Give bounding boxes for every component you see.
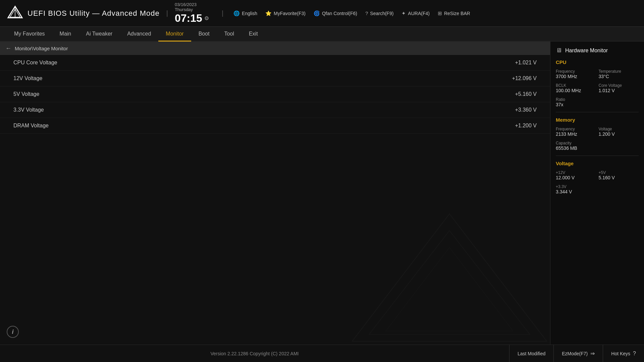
v33-label: +3.3V <box>556 184 639 189</box>
breadcrumb: ← Monitor\Voltage Monitor <box>0 42 550 55</box>
myfavorite-button[interactable]: ⭐ MyFavorite(F3) <box>265 10 306 16</box>
aura-button[interactable]: ✦ AURA(F4) <box>401 10 430 16</box>
svg-marker-4 <box>369 231 530 335</box>
mem-cap-value: 65536 MB <box>556 145 639 151</box>
mem-cap-label: Capacity <box>556 141 639 145</box>
english-label: English <box>242 11 257 16</box>
3v3-voltage-label: 3.3V Voltage <box>13 107 44 113</box>
hot-keys-label: Hot Keys <box>611 351 630 356</box>
qfan-label: Qfan Control(F6) <box>322 11 357 16</box>
nav-bar: My Favorites Main Ai Tweaker Advanced Mo… <box>0 27 644 42</box>
cpu-freq-temp-grid: Frequency 3700 MHz Temperature 33°C <box>556 69 639 79</box>
aura-label: AURA(F4) <box>408 11 430 16</box>
voltage-section-title: Voltage <box>556 161 639 166</box>
voltage-row-cpu-core[interactable]: CPU Core Voltage +1.021 V <box>0 55 550 71</box>
cpu-core-voltage-label: CPU Core Voltage <box>13 60 57 66</box>
monitor-icon: 🖥 <box>556 47 562 54</box>
footer-actions: Last Modified EzMode(F7) ⇒ Hot Keys ? <box>509 345 644 362</box>
nav-item-main[interactable]: Main <box>52 27 79 42</box>
hot-keys-icon: ? <box>633 351 636 357</box>
header-divider2: | <box>222 9 223 17</box>
dram-voltage-label: DRAM Voltage <box>13 123 49 129</box>
breadcrumb-path: Monitor\Voltage Monitor <box>15 46 68 51</box>
memory-section: Memory Frequency 2133 MHz Voltage 1.200 … <box>556 117 639 151</box>
sidebar-divider-1 <box>556 112 639 112</box>
mem-freq-value: 2133 MHz <box>556 131 596 137</box>
qfan-button[interactable]: 🌀 Qfan Control(F6) <box>314 10 357 16</box>
sidebar-divider-2 <box>556 156 639 156</box>
question-icon: ? <box>365 10 368 16</box>
nav-item-favorites[interactable]: My Favorites <box>7 27 52 42</box>
memory-section-title: Memory <box>556 117 639 123</box>
nav-item-boot[interactable]: Boot <box>191 27 217 42</box>
nav-item-exit[interactable]: Exit <box>241 27 265 42</box>
last-modified-label: Last Modified <box>518 351 545 356</box>
3v3-voltage-value: +3.360 V <box>515 107 537 113</box>
ez-mode-button[interactable]: EzMode(F7) ⇒ <box>553 345 603 362</box>
header: UEFI BIOS Utility — Advanced Mode | 03/1… <box>0 0 644 27</box>
cpu-freq-label: Frequency <box>556 69 596 74</box>
svg-marker-3 <box>352 214 547 341</box>
resize-bar-button[interactable]: ⊞ ReSize BAR <box>438 10 470 16</box>
voltage-row-3v3[interactable]: 3.3V Voltage +3.360 V <box>0 102 550 118</box>
resize-icon: ⊞ <box>438 10 442 16</box>
nav-item-tool[interactable]: Tool <box>217 27 241 42</box>
logo-area: UEFI BIOS Utility — Advanced Mode <box>7 5 160 22</box>
search-button[interactable]: ? Search(F9) <box>365 10 393 16</box>
settings-icon[interactable]: ⚙ <box>204 15 209 21</box>
cpu-bclk-value: 100.00 MHz <box>556 88 596 93</box>
cpu-freq-value: 3700 MHz <box>556 74 596 79</box>
cpu-core-voltage-sidebar-label: Core Voltage <box>599 83 639 88</box>
time-area: 07:15 ⚙ <box>175 12 209 24</box>
12v-voltage-value: +12.096 V <box>512 75 537 81</box>
app-title: UEFI BIOS Utility — Advanced Mode <box>28 9 160 18</box>
last-modified-button[interactable]: Last Modified <box>509 345 553 362</box>
resize-label: ReSize BAR <box>444 11 470 16</box>
volt-12-5-grid: +12V 12.000 V +5V 5.160 V <box>556 170 639 180</box>
date-display: 03/16/2023Thursday <box>175 2 197 12</box>
dram-voltage-value: +1.200 V <box>515 123 537 129</box>
cpu-bclk-label: BCLK <box>556 83 596 88</box>
hot-keys-button[interactable]: Hot Keys ? <box>603 345 644 362</box>
12v-voltage-label: 12V Voltage <box>13 75 42 81</box>
nav-item-aitweaker[interactable]: Ai Tweaker <box>78 27 120 42</box>
asus-logo <box>7 5 23 22</box>
back-arrow-icon[interactable]: ← <box>5 45 11 52</box>
voltage-list: CPU Core Voltage +1.021 V 12V Voltage +1… <box>0 55 550 134</box>
voltage-row-12v[interactable]: 12V Voltage +12.096 V <box>0 71 550 86</box>
hw-monitor-title: Hardware Monitor <box>565 48 608 54</box>
v5-label: +5V <box>599 170 639 175</box>
fan-icon: 🌀 <box>314 10 320 16</box>
cpu-bclk-corevolt-grid: BCLK 100.00 MHz Core Voltage 1.012 V <box>556 83 639 93</box>
cpu-core-voltage-value: +1.021 V <box>515 60 537 66</box>
5v-voltage-value: +5.160 V <box>515 91 537 97</box>
cpu-section-title: CPU <box>556 59 639 65</box>
5v-voltage-label: 5V Voltage <box>13 91 39 97</box>
voltage-row-dram[interactable]: DRAM Voltage +1.200 V <box>0 118 550 134</box>
header-divider: | <box>166 9 168 17</box>
v5-value: 5.160 V <box>599 175 639 180</box>
info-icon-area: i <box>7 326 19 338</box>
cpu-core-voltage-sidebar-value: 1.012 V <box>599 88 639 93</box>
cpu-section: CPU Frequency 3700 MHz Temperature 33°C … <box>556 59 639 107</box>
voltage-sidebar-section: Voltage +12V 12.000 V +5V 5.160 V +3.3V … <box>556 161 639 194</box>
header-actions: 🌐 English ⭐ MyFavorite(F3) 🌀 Qfan Contro… <box>233 10 470 16</box>
english-button[interactable]: 🌐 English <box>233 10 257 16</box>
datetime-area: 03/16/2023Thursday 07:15 ⚙ <box>175 2 215 24</box>
globe-icon: 🌐 <box>233 10 240 16</box>
ez-mode-icon: ⇒ <box>590 350 595 357</box>
main-layout: ← Monitor\Voltage Monitor CPU Core Volta… <box>0 42 644 345</box>
info-icon[interactable]: i <box>7 326 19 338</box>
v12-label: +12V <box>556 170 596 175</box>
v12-value: 12.000 V <box>556 175 596 180</box>
voltage-row-5v[interactable]: 5V Voltage +5.160 V <box>0 86 550 102</box>
aura-icon: ✦ <box>401 10 406 16</box>
nav-item-monitor[interactable]: Monitor <box>158 27 191 42</box>
cpu-temp-value: 33°C <box>599 74 639 79</box>
cpu-ratio-label: Ratio <box>556 97 639 102</box>
mem-freq-label: Frequency <box>556 127 596 131</box>
decorative-bg <box>349 210 550 345</box>
svg-marker-5 <box>386 247 513 331</box>
nav-item-advanced[interactable]: Advanced <box>120 27 158 42</box>
v33-value: 3.344 V <box>556 189 639 194</box>
